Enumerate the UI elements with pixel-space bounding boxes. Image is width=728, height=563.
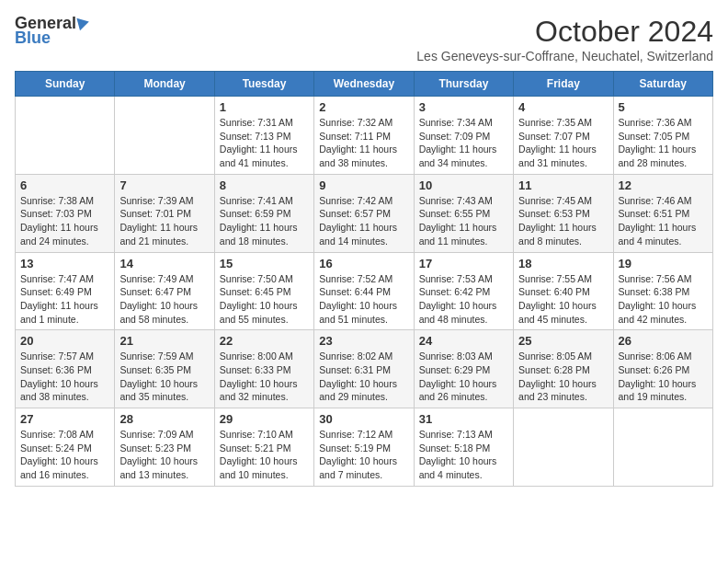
day-detail: Sunrise: 7:09 AMSunset: 5:23 PMDaylight:… — [119, 428, 209, 482]
day-number: 4 — [518, 100, 608, 114]
calendar-cell — [514, 408, 613, 487]
calendar-cell: 3Sunrise: 7:34 AMSunset: 7:09 PMDaylight… — [414, 97, 513, 175]
day-detail: Sunrise: 7:31 AMSunset: 7:13 PMDaylight:… — [220, 116, 309, 170]
calendar-cell — [115, 97, 214, 175]
day-number: 22 — [220, 334, 309, 348]
day-detail: Sunrise: 7:53 AMSunset: 6:42 PMDaylight:… — [419, 272, 508, 327]
day-detail: Sunrise: 7:45 AMSunset: 6:53 PMDaylight:… — [518, 194, 608, 248]
day-detail: Sunrise: 7:52 AMSunset: 6:44 PMDaylight:… — [319, 272, 408, 327]
calendar-header: SundayMondayTuesdayWednesdayThursdayFrid… — [16, 72, 713, 97]
day-number: 30 — [319, 412, 408, 426]
calendar-cell: 31Sunrise: 7:13 AMSunset: 5:18 PMDayligh… — [414, 408, 513, 487]
calendar-cell: 26Sunrise: 8:06 AMSunset: 6:26 PMDayligh… — [613, 330, 712, 408]
calendar-cell: 7Sunrise: 7:39 AMSunset: 7:01 PMDaylight… — [115, 174, 214, 252]
weekday-header: Thursday — [414, 72, 513, 97]
day-number: 17 — [419, 257, 508, 270]
day-detail: Sunrise: 8:03 AMSunset: 6:29 PMDaylight:… — [419, 350, 508, 404]
calendar-cell: 29Sunrise: 7:10 AMSunset: 5:21 PMDayligh… — [214, 408, 313, 487]
day-detail: Sunrise: 7:57 AMSunset: 6:36 PMDaylight:… — [20, 350, 109, 404]
day-number: 26 — [619, 334, 708, 348]
location-text: Les Geneveys-sur-Coffrane, Neuchatel, Sw… — [416, 49, 713, 63]
calendar-cell: 22Sunrise: 8:00 AMSunset: 6:33 PMDayligh… — [214, 330, 313, 408]
weekday-header: Sunday — [16, 72, 115, 97]
calendar-cell: 19Sunrise: 7:56 AMSunset: 6:38 PMDayligh… — [613, 252, 712, 330]
day-number: 2 — [319, 100, 408, 114]
calendar-cell — [16, 97, 115, 175]
calendar-cell: 9Sunrise: 7:42 AMSunset: 6:57 PMDaylight… — [314, 174, 414, 252]
calendar-cell: 25Sunrise: 8:05 AMSunset: 6:28 PMDayligh… — [514, 330, 613, 408]
day-detail: Sunrise: 7:12 AMSunset: 5:19 PMDaylight:… — [319, 428, 408, 482]
calendar-cell: 21Sunrise: 7:59 AMSunset: 6:35 PMDayligh… — [115, 330, 214, 408]
day-number: 14 — [119, 257, 209, 270]
calendar-cell: 16Sunrise: 7:52 AMSunset: 6:44 PMDayligh… — [314, 252, 414, 330]
day-detail: Sunrise: 7:56 AMSunset: 6:38 PMDaylight:… — [619, 272, 708, 327]
calendar-cell: 18Sunrise: 7:55 AMSunset: 6:40 PMDayligh… — [514, 252, 613, 330]
day-number: 11 — [518, 178, 608, 192]
page-header: General Blue October 2024 Les Geneveys-s… — [15, 15, 713, 63]
weekday-header: Friday — [514, 72, 613, 97]
day-number: 3 — [419, 100, 508, 114]
day-detail: Sunrise: 7:10 AMSunset: 5:21 PMDaylight:… — [220, 428, 309, 482]
day-number: 20 — [20, 334, 109, 348]
day-number: 16 — [319, 257, 408, 270]
calendar-table: SundayMondayTuesdayWednesdayThursdayFrid… — [15, 71, 713, 487]
calendar-cell: 2Sunrise: 7:32 AMSunset: 7:11 PMDaylight… — [314, 97, 414, 175]
calendar-cell: 23Sunrise: 8:02 AMSunset: 6:31 PMDayligh… — [314, 330, 414, 408]
day-detail: Sunrise: 7:59 AMSunset: 6:35 PMDaylight:… — [119, 350, 209, 404]
weekday-header: Wednesday — [314, 72, 414, 97]
day-detail: Sunrise: 7:38 AMSunset: 7:03 PMDaylight:… — [20, 194, 109, 248]
calendar-week-row: 1Sunrise: 7:31 AMSunset: 7:13 PMDaylight… — [16, 97, 713, 175]
calendar-cell: 1Sunrise: 7:31 AMSunset: 7:13 PMDaylight… — [214, 97, 313, 175]
day-detail: Sunrise: 8:05 AMSunset: 6:28 PMDaylight:… — [518, 350, 608, 404]
day-number: 21 — [119, 334, 209, 348]
day-detail: Sunrise: 7:55 AMSunset: 6:40 PMDaylight:… — [518, 272, 608, 327]
day-detail: Sunrise: 8:02 AMSunset: 6:31 PMDaylight:… — [319, 350, 408, 404]
weekday-header: Tuesday — [214, 72, 313, 97]
calendar-week-row: 27Sunrise: 7:08 AMSunset: 5:24 PMDayligh… — [16, 408, 713, 487]
day-detail: Sunrise: 7:35 AMSunset: 7:07 PMDaylight:… — [518, 116, 608, 170]
day-detail: Sunrise: 7:49 AMSunset: 6:47 PMDaylight:… — [119, 272, 209, 327]
day-detail: Sunrise: 7:34 AMSunset: 7:09 PMDaylight:… — [419, 116, 508, 170]
logo-triangle-icon — [76, 16, 90, 31]
day-number: 9 — [319, 178, 408, 192]
calendar-cell: 27Sunrise: 7:08 AMSunset: 5:24 PMDayligh… — [16, 408, 115, 487]
day-number: 18 — [518, 257, 608, 270]
day-number: 6 — [20, 178, 109, 192]
day-detail: Sunrise: 7:47 AMSunset: 6:49 PMDaylight:… — [20, 272, 109, 327]
calendar-cell: 5Sunrise: 7:36 AMSunset: 7:05 PMDaylight… — [613, 97, 712, 175]
day-number: 8 — [220, 178, 309, 192]
title-block: October 2024 Les Geneveys-sur-Coffrane, … — [416, 15, 713, 63]
calendar-week-row: 6Sunrise: 7:38 AMSunset: 7:03 PMDaylight… — [16, 174, 713, 252]
calendar-cell: 12Sunrise: 7:46 AMSunset: 6:51 PMDayligh… — [613, 174, 712, 252]
calendar-cell: 4Sunrise: 7:35 AMSunset: 7:07 PMDaylight… — [514, 97, 613, 175]
day-detail: Sunrise: 7:46 AMSunset: 6:51 PMDaylight:… — [619, 194, 708, 248]
day-detail: Sunrise: 8:00 AMSunset: 6:33 PMDaylight:… — [220, 350, 309, 404]
calendar-cell: 13Sunrise: 7:47 AMSunset: 6:49 PMDayligh… — [16, 252, 115, 330]
day-number: 1 — [220, 100, 309, 114]
day-detail: Sunrise: 7:39 AMSunset: 7:01 PMDaylight:… — [119, 194, 209, 248]
day-number: 24 — [419, 334, 508, 348]
calendar-cell: 14Sunrise: 7:49 AMSunset: 6:47 PMDayligh… — [115, 252, 214, 330]
weekday-header: Saturday — [613, 72, 712, 97]
day-detail: Sunrise: 7:50 AMSunset: 6:45 PMDaylight:… — [220, 272, 309, 327]
calendar-week-row: 20Sunrise: 7:57 AMSunset: 6:36 PMDayligh… — [16, 330, 713, 408]
day-number: 13 — [20, 257, 109, 270]
month-title: October 2024 — [416, 15, 713, 49]
day-number: 25 — [518, 334, 608, 348]
day-number: 28 — [119, 412, 209, 426]
calendar-cell: 17Sunrise: 7:53 AMSunset: 6:42 PMDayligh… — [414, 252, 513, 330]
day-number: 29 — [220, 412, 309, 426]
calendar-cell: 8Sunrise: 7:41 AMSunset: 6:59 PMDaylight… — [214, 174, 313, 252]
day-detail: Sunrise: 7:41 AMSunset: 6:59 PMDaylight:… — [220, 194, 309, 248]
day-number: 7 — [119, 178, 209, 192]
calendar-cell: 24Sunrise: 8:03 AMSunset: 6:29 PMDayligh… — [414, 330, 513, 408]
weekday-header: Monday — [115, 72, 214, 97]
day-number: 23 — [319, 334, 408, 348]
day-detail: Sunrise: 7:42 AMSunset: 6:57 PMDaylight:… — [319, 194, 408, 248]
calendar-cell: 20Sunrise: 7:57 AMSunset: 6:36 PMDayligh… — [16, 330, 115, 408]
day-number: 27 — [20, 412, 109, 426]
logo: General Blue — [15, 15, 89, 46]
calendar-cell: 30Sunrise: 7:12 AMSunset: 5:19 PMDayligh… — [314, 408, 414, 487]
day-number: 31 — [419, 412, 508, 426]
day-detail: Sunrise: 7:32 AMSunset: 7:11 PMDaylight:… — [319, 116, 408, 170]
